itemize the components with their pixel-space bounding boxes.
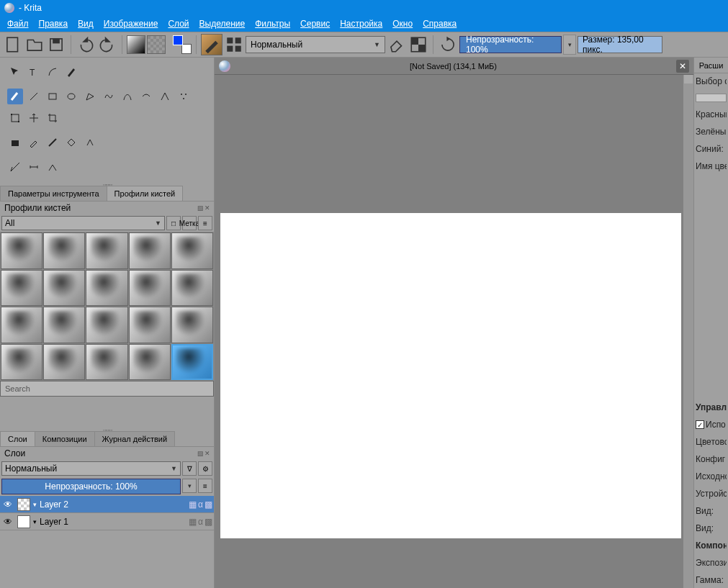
- transform-tool[interactable]: [7, 110, 23, 126]
- brush-preset[interactable]: [129, 232, 171, 269]
- lock-icon[interactable]: ▦: [189, 517, 197, 527]
- fg-bg-colors[interactable]: [173, 35, 192, 54]
- brush-search-input[interactable]: Search: [0, 381, 214, 397]
- layer-item[interactable]: 👁 ▾ Layer 2 ▦α▩: [0, 496, 214, 513]
- polygon-tool[interactable]: [82, 89, 98, 104]
- polyline-tool[interactable]: [101, 89, 117, 104]
- gradient-tool[interactable]: [45, 135, 60, 150]
- brush-size-field[interactable]: Размер: 135,00 пикс.: [578, 36, 662, 53]
- measure-tool[interactable]: [26, 159, 42, 175]
- ellipse-tool[interactable]: [63, 89, 79, 104]
- freehand-brush-tool[interactable]: [7, 89, 23, 104]
- menu-view[interactable]: Вид: [78, 19, 94, 29]
- brush-preset[interactable]: [86, 307, 127, 343]
- brush-preset[interactable]: [1, 307, 42, 343]
- tab-layers[interactable]: Слои: [0, 431, 35, 446]
- brush-preset[interactable]: [129, 344, 171, 381]
- bezier-tool[interactable]: [120, 89, 135, 104]
- smart-fill-tool[interactable]: [82, 135, 98, 150]
- advanced-color-button[interactable]: Расши: [694, 58, 728, 73]
- brush-preset[interactable]: [43, 307, 85, 343]
- brush-preset[interactable]: [171, 307, 213, 343]
- layer-properties-button[interactable]: ≡: [198, 479, 212, 493]
- calligraphy-tool[interactable]: [63, 64, 79, 80]
- brush-preset[interactable]: [1, 232, 42, 269]
- brush-preset-button[interactable]: [201, 34, 223, 55]
- visibility-toggle[interactable]: 👁: [1, 499, 14, 510]
- checker-icon[interactable]: ▩: [205, 517, 212, 527]
- edit-shapes-tool[interactable]: [45, 64, 60, 80]
- brush-preset[interactable]: [43, 232, 85, 269]
- freehand-path-tool[interactable]: [138, 89, 154, 104]
- menu-select[interactable]: Выделение: [199, 19, 246, 29]
- brush-preset[interactable]: [1, 344, 42, 381]
- line-tool[interactable]: [26, 89, 42, 104]
- layer-blend-select[interactable]: Нормальный▼: [1, 461, 181, 476]
- brush-tag-filter[interactable]: All▼: [1, 216, 165, 230]
- close-icon[interactable]: ✕: [205, 450, 210, 457]
- menu-edit[interactable]: Правка: [39, 19, 68, 29]
- opacity-slider[interactable]: Непрозрачность: 100%: [459, 36, 562, 53]
- gradient-swatch[interactable]: [127, 35, 145, 54]
- brush-preset[interactable]: [43, 344, 85, 381]
- open-file-button[interactable]: [24, 35, 45, 55]
- menu-image[interactable]: Изображение: [104, 19, 158, 29]
- color-picker-tool[interactable]: [26, 135, 42, 150]
- brush-preset[interactable]: [86, 232, 127, 269]
- fill-tool[interactable]: [7, 135, 23, 150]
- close-document-button[interactable]: ✕: [676, 60, 689, 73]
- tab-brush-presets[interactable]: Профили кистей: [107, 186, 184, 201]
- float-icon[interactable]: ▧: [197, 450, 203, 457]
- move-tool[interactable]: [7, 64, 23, 80]
- brush-preset[interactable]: [43, 270, 85, 307]
- tab-tool-options[interactable]: Параметры инструмента: [0, 186, 107, 201]
- layer-item[interactable]: 👁 ▾ Layer 1 ▦α▩: [0, 513, 214, 530]
- reference-image-tool[interactable]: [45, 159, 60, 175]
- canvas[interactable]: [220, 213, 681, 538]
- float-icon[interactable]: ▧: [197, 204, 203, 212]
- layer-settings-button[interactable]: ⚙: [198, 461, 212, 476]
- brush-preset[interactable]: [86, 344, 127, 381]
- close-icon[interactable]: ✕: [205, 204, 210, 212]
- move-layer-tool[interactable]: [26, 110, 42, 126]
- opacity-dropdown[interactable]: ▾: [563, 35, 576, 55]
- dynamic-brush-tool[interactable]: [157, 89, 173, 104]
- menu-settings[interactable]: Настройка: [340, 19, 382, 29]
- menu-filters[interactable]: Фильтры: [255, 19, 290, 29]
- visibility-toggle[interactable]: 👁: [1, 517, 14, 527]
- brush-preset[interactable]: [129, 307, 171, 343]
- vertical-scrollbar[interactable]: [683, 75, 693, 588]
- brush-preset[interactable]: [171, 270, 213, 307]
- multi-brush-tool[interactable]: [176, 89, 192, 104]
- checker-icon[interactable]: ▩: [205, 499, 212, 510]
- layer-filter-button[interactable]: ∇: [182, 461, 197, 476]
- tab-history[interactable]: Журнал действий: [94, 431, 176, 446]
- menu-help[interactable]: Справка: [423, 19, 457, 29]
- brush-tag-button[interactable]: Метка: [182, 216, 197, 230]
- lock-icon[interactable]: ▦: [189, 499, 197, 510]
- use-env-checkbox[interactable]: ✓Испо: [696, 420, 727, 430]
- save-file-button[interactable]: [46, 35, 66, 55]
- rectangle-tool[interactable]: [45, 89, 60, 104]
- undo-button[interactable]: [76, 35, 96, 55]
- menu-service[interactable]: Сервис: [300, 19, 330, 29]
- layer-opacity-dropdown[interactable]: ▾: [182, 479, 197, 493]
- alpha-icon[interactable]: α: [198, 499, 203, 510]
- blend-mode-select[interactable]: Нормальный ▼: [246, 36, 385, 53]
- menu-file[interactable]: Файл: [7, 19, 29, 29]
- redo-button[interactable]: [97, 35, 117, 55]
- assistant-tool[interactable]: [7, 159, 23, 175]
- menu-layer[interactable]: Слой: [168, 19, 189, 29]
- reload-preset-button[interactable]: [438, 35, 458, 55]
- brush-preset[interactable]: [86, 270, 127, 307]
- color-swatch[interactable]: [696, 94, 727, 102]
- alpha-icon[interactable]: α: [198, 517, 203, 527]
- menu-window[interactable]: Окно: [392, 19, 413, 29]
- alpha-lock-toggle[interactable]: [408, 35, 428, 55]
- crop-tool[interactable]: [45, 110, 60, 126]
- tab-compositions[interactable]: Композиции: [35, 431, 95, 446]
- eraser-toggle[interactable]: [387, 35, 407, 55]
- brush-preset[interactable]: [1, 270, 42, 307]
- pattern-swatch[interactable]: [147, 35, 166, 54]
- brush-preset-selected[interactable]: [171, 344, 213, 381]
